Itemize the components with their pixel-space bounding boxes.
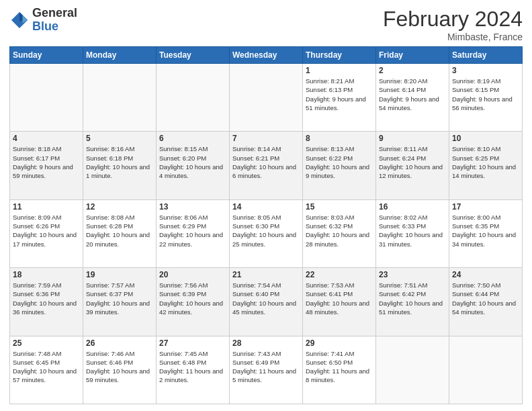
- calendar-cell: 6Sunrise: 8:15 AM Sunset: 6:20 PM Daylig…: [157, 132, 230, 199]
- calendar-cell: 12Sunrise: 8:08 AM Sunset: 6:28 PM Dayli…: [83, 199, 157, 267]
- day-info: Sunrise: 7:41 AM Sunset: 6:50 PM Dayligh…: [306, 349, 373, 385]
- day-number: 4: [13, 134, 80, 143]
- calendar-cell: [83, 64, 157, 132]
- day-number: 8: [306, 134, 373, 143]
- day-number: 1: [306, 66, 373, 75]
- day-number: 10: [452, 134, 519, 143]
- calendar-cell: [449, 336, 523, 404]
- day-info: Sunrise: 8:14 AM Sunset: 6:21 PM Dayligh…: [232, 144, 300, 180]
- col-header-saturday: Saturday: [449, 47, 523, 64]
- day-number: 3: [452, 66, 519, 75]
- day-info: Sunrise: 7:50 AM Sunset: 6:44 PM Dayligh…: [452, 281, 519, 316]
- calendar-cell: 7Sunrise: 8:14 AM Sunset: 6:21 PM Daylig…: [230, 132, 303, 199]
- col-header-thursday: Thursday: [303, 47, 376, 64]
- calendar-cell: 23Sunrise: 7:51 AM Sunset: 6:42 PM Dayli…: [376, 268, 449, 336]
- day-info: Sunrise: 8:08 AM Sunset: 6:28 PM Dayligh…: [86, 213, 153, 248]
- calendar-cell: 13Sunrise: 8:06 AM Sunset: 6:29 PM Dayli…: [157, 199, 230, 267]
- calendar-cell: 17Sunrise: 8:00 AM Sunset: 6:35 PM Dayli…: [449, 199, 523, 267]
- calendar-cell: 19Sunrise: 7:57 AM Sunset: 6:37 PM Dayli…: [83, 268, 157, 336]
- day-number: 24: [452, 270, 519, 279]
- day-info: Sunrise: 8:15 AM Sunset: 6:20 PM Dayligh…: [159, 144, 226, 180]
- calendar-cell: 24Sunrise: 7:50 AM Sunset: 6:44 PM Dayli…: [449, 268, 523, 336]
- day-info: Sunrise: 8:10 AM Sunset: 6:25 PM Dayligh…: [452, 144, 519, 180]
- calendar-cell: 14Sunrise: 8:05 AM Sunset: 6:30 PM Dayli…: [230, 199, 303, 267]
- day-number: 27: [159, 338, 226, 348]
- day-number: 5: [86, 134, 153, 143]
- col-header-sunday: Sunday: [10, 47, 83, 64]
- calendar-cell: 25Sunrise: 7:48 AM Sunset: 6:45 PM Dayli…: [10, 336, 83, 404]
- day-info: Sunrise: 7:57 AM Sunset: 6:37 PM Dayligh…: [86, 281, 153, 316]
- calendar-week-row: 1Sunrise: 8:21 AM Sunset: 6:13 PM Daylig…: [10, 64, 523, 132]
- col-header-wednesday: Wednesday: [230, 47, 303, 64]
- page: General Blue February 2024 Mimbaste, Fra…: [0, 0, 532, 411]
- day-number: 9: [379, 134, 446, 143]
- calendar-cell: 21Sunrise: 7:54 AM Sunset: 6:40 PM Dayli…: [230, 268, 303, 336]
- calendar-cell: 28Sunrise: 7:43 AM Sunset: 6:49 PM Dayli…: [230, 336, 303, 404]
- calendar-cell: 26Sunrise: 7:46 AM Sunset: 6:46 PM Dayli…: [83, 336, 157, 404]
- calendar-cell: 5Sunrise: 8:16 AM Sunset: 6:18 PM Daylig…: [83, 132, 157, 199]
- logo-icon: [9, 10, 30, 30]
- day-info: Sunrise: 8:16 AM Sunset: 6:18 PM Dayligh…: [86, 144, 153, 180]
- calendar-cell: 8Sunrise: 8:13 AM Sunset: 6:22 PM Daylig…: [303, 132, 376, 199]
- day-number: 26: [86, 338, 153, 348]
- day-info: Sunrise: 8:11 AM Sunset: 6:24 PM Dayligh…: [379, 144, 446, 180]
- day-info: Sunrise: 8:13 AM Sunset: 6:22 PM Dayligh…: [306, 144, 373, 180]
- day-number: 28: [232, 338, 300, 348]
- day-number: 17: [452, 202, 519, 212]
- day-info: Sunrise: 7:46 AM Sunset: 6:46 PM Dayligh…: [86, 349, 153, 385]
- calendar-cell: 11Sunrise: 8:09 AM Sunset: 6:26 PM Dayli…: [10, 199, 83, 267]
- calendar-week-row: 11Sunrise: 8:09 AM Sunset: 6:26 PM Dayli…: [10, 199, 523, 267]
- day-number: 29: [306, 338, 373, 348]
- calendar-cell: 15Sunrise: 8:03 AM Sunset: 6:32 PM Dayli…: [303, 199, 376, 267]
- calendar-cell: 9Sunrise: 8:11 AM Sunset: 6:24 PM Daylig…: [376, 132, 449, 199]
- day-info: Sunrise: 7:51 AM Sunset: 6:42 PM Dayligh…: [379, 281, 446, 316]
- calendar-cell: 18Sunrise: 7:59 AM Sunset: 6:36 PM Dayli…: [10, 268, 83, 336]
- calendar-week-row: 25Sunrise: 7:48 AM Sunset: 6:45 PM Dayli…: [10, 336, 523, 404]
- day-number: 25: [13, 338, 80, 348]
- calendar-cell: 4Sunrise: 8:18 AM Sunset: 6:17 PM Daylig…: [10, 132, 83, 199]
- calendar-cell: 20Sunrise: 7:56 AM Sunset: 6:39 PM Dayli…: [157, 268, 230, 336]
- calendar-cell: [376, 336, 449, 404]
- day-number: 21: [232, 270, 300, 279]
- logo-general-text: General: [32, 7, 77, 20]
- header: General Blue February 2024 Mimbaste, Fra…: [9, 7, 523, 42]
- day-info: Sunrise: 8:00 AM Sunset: 6:35 PM Dayligh…: [452, 213, 519, 248]
- day-number: 13: [159, 202, 226, 212]
- calendar-header-row: SundayMondayTuesdayWednesdayThursdayFrid…: [10, 47, 523, 64]
- day-info: Sunrise: 8:09 AM Sunset: 6:26 PM Dayligh…: [13, 213, 80, 248]
- day-info: Sunrise: 8:02 AM Sunset: 6:33 PM Dayligh…: [379, 213, 446, 248]
- month-title: February 2024: [383, 7, 523, 32]
- day-number: 15: [306, 202, 373, 212]
- calendar-cell: 10Sunrise: 8:10 AM Sunset: 6:25 PM Dayli…: [449, 132, 523, 199]
- day-info: Sunrise: 7:48 AM Sunset: 6:45 PM Dayligh…: [13, 349, 80, 385]
- day-info: Sunrise: 7:53 AM Sunset: 6:41 PM Dayligh…: [306, 281, 373, 316]
- logo-text: General Blue: [32, 7, 77, 34]
- day-number: 6: [159, 134, 226, 143]
- subtitle: Mimbaste, France: [383, 32, 523, 42]
- calendar-week-row: 4Sunrise: 8:18 AM Sunset: 6:17 PM Daylig…: [10, 132, 523, 199]
- title-block: February 2024 Mimbaste, France: [383, 7, 523, 42]
- day-info: Sunrise: 8:05 AM Sunset: 6:30 PM Dayligh…: [232, 213, 300, 248]
- day-number: 16: [379, 202, 446, 212]
- day-info: Sunrise: 8:20 AM Sunset: 6:14 PM Dayligh…: [379, 77, 446, 112]
- day-info: Sunrise: 8:21 AM Sunset: 6:13 PM Dayligh…: [306, 77, 373, 112]
- col-header-tuesday: Tuesday: [157, 47, 230, 64]
- day-number: 19: [86, 270, 153, 279]
- calendar-cell: 2Sunrise: 8:20 AM Sunset: 6:14 PM Daylig…: [376, 64, 449, 132]
- day-number: 18: [13, 270, 80, 279]
- day-info: Sunrise: 7:43 AM Sunset: 6:49 PM Dayligh…: [232, 349, 300, 385]
- day-number: 11: [13, 202, 80, 212]
- calendar-cell: [230, 64, 303, 132]
- day-info: Sunrise: 7:59 AM Sunset: 6:36 PM Dayligh…: [13, 281, 80, 316]
- calendar-cell: 1Sunrise: 8:21 AM Sunset: 6:13 PM Daylig…: [303, 64, 376, 132]
- day-number: 22: [306, 270, 373, 279]
- calendar-cell: 29Sunrise: 7:41 AM Sunset: 6:50 PM Dayli…: [303, 336, 376, 404]
- day-info: Sunrise: 8:18 AM Sunset: 6:17 PM Dayligh…: [13, 144, 80, 180]
- calendar-cell: 27Sunrise: 7:45 AM Sunset: 6:48 PM Dayli…: [157, 336, 230, 404]
- day-number: 12: [86, 202, 153, 212]
- day-info: Sunrise: 8:19 AM Sunset: 6:15 PM Dayligh…: [452, 77, 519, 112]
- col-header-friday: Friday: [376, 47, 449, 64]
- day-number: 23: [379, 270, 446, 279]
- day-info: Sunrise: 7:45 AM Sunset: 6:48 PM Dayligh…: [159, 349, 226, 385]
- day-number: 7: [232, 134, 300, 143]
